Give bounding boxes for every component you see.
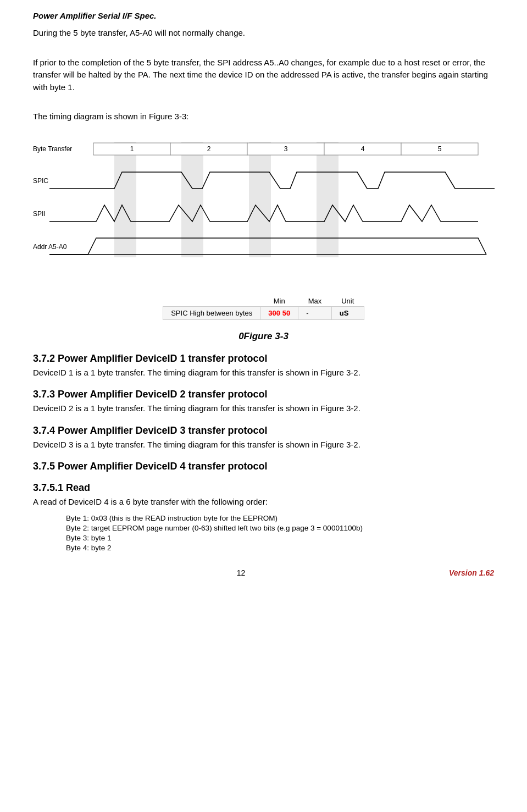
section-373: 3.7.3 Power Amplifier DeviceID 2 transfe…: [33, 389, 494, 415]
spic-label: SPIC: [33, 177, 48, 185]
section-374: 3.7.4 Power Amplifier DeviceID 3 transfe…: [33, 425, 494, 451]
section-3751-body: A read of DeviceID 4 is a 6 byte transfe…: [33, 496, 494, 509]
section-373-body: DeviceID 2 is a 1 byte transfer. The tim…: [33, 402, 494, 415]
timing-diagram: Byte Transfer SPIC SPII Addr A5-A0 1 2 3…: [33, 131, 500, 285]
section-372-body: DeviceID 1 is a 1 byte transfer. The tim…: [33, 367, 494, 379]
param-min-300: 300: [268, 309, 280, 317]
paragraph-2: If prior to the completion of the 5 byte…: [33, 57, 494, 94]
col-header-unit: Unit: [331, 296, 364, 307]
svg-rect-3: [317, 142, 339, 257]
param-label: SPIC High between bytes: [163, 306, 260, 319]
addr-label: Addr A5-A0: [33, 243, 67, 251]
section-375: 3.7.5 Power Amplifier DeviceID 4 transfe…: [33, 461, 494, 472]
byte-num-2: 2: [207, 145, 211, 153]
byte-num-5: 5: [438, 145, 442, 153]
section-374-body: DeviceID 3 is a 1 byte transfer. The tim…: [33, 439, 494, 451]
version: Version 1.62: [449, 568, 494, 577]
byte-num-4: 4: [361, 145, 365, 153]
svg-rect-2: [249, 142, 271, 257]
section-374-heading: 3.7.4 Power Amplifier DeviceID 3 transfe…: [33, 425, 494, 437]
section-373-heading: 3.7.3 Power Amplifier DeviceID 2 transfe…: [33, 389, 494, 400]
page-number: 12: [33, 568, 449, 577]
params-table-wrapper: Min Max Unit SPIC High between bytes 300…: [33, 296, 494, 320]
spii-label: SPII: [33, 210, 46, 218]
section-372: 3.7.2 Power Amplifier DeviceID 1 transfe…: [33, 353, 494, 379]
section-375-heading: 3.7.5 Power Amplifier DeviceID 4 transfe…: [33, 461, 494, 472]
figure-caption: 0Figure 3-3: [33, 331, 494, 342]
param-dash: -: [298, 306, 332, 319]
byte-3: Byte 3: byte 1: [33, 534, 494, 542]
params-table: Min Max Unit SPIC High between bytes 300…: [163, 296, 364, 320]
paragraph-1: During the 5 byte transfer, A5-A0 will n…: [33, 27, 494, 40]
col-header-label: [163, 296, 260, 307]
byte-transfer-label: Byte Transfer: [33, 145, 72, 153]
byte-num-1: 1: [130, 145, 134, 153]
paragraph-3: The timing diagram is shown in Figure 3-…: [33, 111, 494, 123]
byte-1: Byte 1: 0x03 (this is the READ instructi…: [33, 514, 494, 522]
spic-wave: [93, 172, 478, 189]
timing-diagram-svg: Byte Transfer SPIC SPII Addr A5-A0 1 2 3…: [33, 131, 500, 285]
col-header-max: Max: [298, 296, 332, 307]
byte-2: Byte 2: target EEPROM page number (0-63)…: [33, 524, 494, 532]
byte-4: Byte 4: byte 2: [33, 544, 494, 552]
page-title: Power Amplifier Serial I/F Spec.: [33, 11, 494, 20]
svg-rect-0: [114, 142, 136, 257]
col-header-min: Min: [260, 296, 298, 307]
footer: 12 Version 1.62: [33, 568, 494, 577]
param-min: 300 50: [260, 306, 298, 319]
section-3751-heading: 3.7.5.1 Read: [33, 482, 494, 494]
param-unit: uS: [331, 306, 364, 319]
byte-num-3: 3: [284, 145, 288, 153]
param-min-50: 50: [282, 309, 290, 317]
svg-rect-1: [181, 142, 203, 257]
section-3751: 3.7.5.1 Read A read of DeviceID 4 is a 6…: [33, 482, 494, 552]
section-372-heading: 3.7.2 Power Amplifier DeviceID 1 transfe…: [33, 353, 494, 364]
